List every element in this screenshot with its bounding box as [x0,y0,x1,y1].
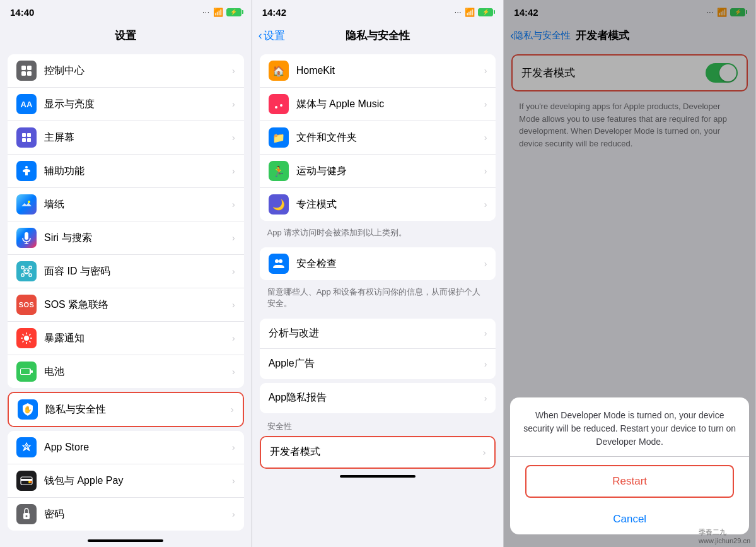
row-control-center[interactable]: 控制中心 › [8,54,244,88]
row-app-privacy-report[interactable]: App隐私报告 › [260,383,496,413]
label-battery: 电池 [44,365,232,379]
signal-icon-1: ··· [202,9,209,16]
svg-text:A: A [25,444,29,451]
row-sos[interactable]: SOS SOS 紧急联络 › [8,288,244,322]
icon-focus: 🌙 [269,194,289,215]
row-files[interactable]: 📁 文件和文件夹 › [260,121,496,155]
label-privacy: 隐私与安全性 [45,403,231,416]
icon-home-screen [16,127,37,148]
row-battery[interactable]: 电池 › [8,355,244,388]
watermark-line2: www.jichun29.cn [699,537,750,544]
svg-rect-7 [27,138,31,142]
time-2: 14:42 [262,7,286,18]
page-title-2: 隐私与安全性 [346,28,410,43]
settings-group-main: 控制中心 › AA 显示与亮度 › 主屏幕 › [8,54,244,388]
svg-rect-5 [27,133,31,137]
icon-homekit: 🏠 [269,61,289,81]
svg-rect-30 [31,370,33,373]
chevron-icon: › [484,66,487,76]
chevron-icon: › [232,166,235,176]
svg-line-26 [29,341,30,342]
chevron-icon: › [232,266,235,276]
row-home-screen[interactable]: 主屏幕 › [8,121,244,155]
privacy-row-highlighted[interactable]: ✋ 隐私与安全性 › [8,392,244,427]
watermark: 季春二九 www.jichun29.cn [699,527,750,544]
row-privacy[interactable]: ✋ 隐私与安全性 › [9,393,243,426]
icon-sos: SOS [16,295,37,315]
label-media-music: 媒体与 Apple Music [296,98,484,111]
chevron-icon: › [232,99,235,109]
svg-line-28 [23,341,24,342]
row-wallpaper[interactable]: 墙纸 › [8,188,244,221]
row-motion[interactable]: 🏃 运动与健身 › [260,155,496,188]
page-title-1: 设置 [115,28,136,43]
svg-point-39 [26,515,28,517]
note2: 留意哪些人、App 和设备有权访问你的信息，从而保护个人安全。 [252,284,504,314]
label-motion: 运动与健身 [296,165,484,178]
status-bar-1: 14:40 ··· 📶 ⚡ [0,0,252,23]
icon-motion: 🏃 [269,161,289,181]
label-exposure: 暴露通知 [44,332,232,345]
svg-rect-2 [21,71,26,76]
row-wallet[interactable]: 钱包与 Apple Pay › [8,464,244,498]
label-accessibility: 辅助功能 [44,165,232,178]
svg-point-37 [30,481,32,483]
back-button-2[interactable]: ‹ 设置 [259,28,285,43]
chevron-icon: › [232,509,235,519]
label-display: 显示与亮度 [44,98,232,111]
row-media-music[interactable]: 媒体与 Apple Music › [260,88,496,121]
chevron-icon: › [232,233,235,243]
row-display[interactable]: AA 显示与亮度 › [8,88,244,121]
icon-exposure [16,328,37,348]
row-developer-mode[interactable]: 开发者模式 › [261,437,495,468]
icon-siri [16,228,37,248]
watermark-line1: 季春二九 [699,527,750,537]
chevron-icon: › [232,367,235,377]
back-label-2: 设置 [264,28,285,43]
label-developer-mode: 开发者模式 [270,445,483,459]
row-apple-ads[interactable]: Apple广告 › [260,349,496,379]
row-exposure[interactable]: 暴露通知 › [8,322,244,355]
icon-display: AA [16,94,37,114]
row-safety-check[interactable]: 安全检查 › [260,247,496,280]
label-safety-check: 安全检查 [296,257,484,271]
svg-rect-35 [21,479,32,481]
back-chevron-2: ‹ [259,29,262,42]
icon-faceid [16,261,37,281]
developer-mode-row-highlighted[interactable]: 开发者模式 › [260,436,496,469]
icon-passcode [16,504,37,524]
chevron-icon: › [483,447,486,457]
signal-icon-2: ··· [455,9,462,16]
modal-restart-button[interactable]: Restart [525,465,734,498]
icon-control-center [16,61,37,81]
panel-settings: 14:40 ··· 📶 ⚡ 设置 控制中心 › AA 显示与亮度 › [0,0,252,547]
chevron-icon: › [484,328,487,338]
svg-rect-31 [21,369,30,374]
label-analytics: 分析与改进 [269,327,484,340]
row-homekit[interactable]: 🏠 HomeKit › [260,54,496,88]
row-appstore[interactable]: A App Store › [8,431,244,464]
row-siri[interactable]: Siri 与搜索 › [8,221,244,255]
row-faceid[interactable]: 面容 ID 与密码 › [8,255,244,288]
note1: App 请求访问时会被添加到以上类别。 [252,225,504,244]
svg-rect-6 [22,138,26,142]
modal-restart-container: Restart [510,456,749,504]
icon-wallpaper [16,194,37,215]
chevron-icon: › [232,66,235,76]
row-analytics[interactable]: 分析与改进 › [260,319,496,349]
label-siri: Siri 与搜索 [44,232,232,245]
row-passcode[interactable]: 密码 › [8,498,244,531]
svg-rect-1 [27,66,32,70]
label-wallpaper: 墙纸 [44,198,232,211]
label-app-privacy-report: App隐私报告 [269,391,484,404]
chevron-icon: › [232,132,235,143]
chevron-icon: › [232,476,235,486]
icon-battery [16,362,37,382]
row-accessibility[interactable]: 辅助功能 › [8,155,244,188]
chevron-icon: › [484,259,487,269]
settings-list-2: 🏠 HomeKit › 媒体与 Apple Music › 📁 文件和文件夹 ›… [252,50,504,547]
row-focus[interactable]: 🌙 专注模式 › [260,188,496,221]
icon-media-music [269,94,289,114]
svg-point-20 [24,336,29,341]
svg-rect-13 [21,266,24,269]
